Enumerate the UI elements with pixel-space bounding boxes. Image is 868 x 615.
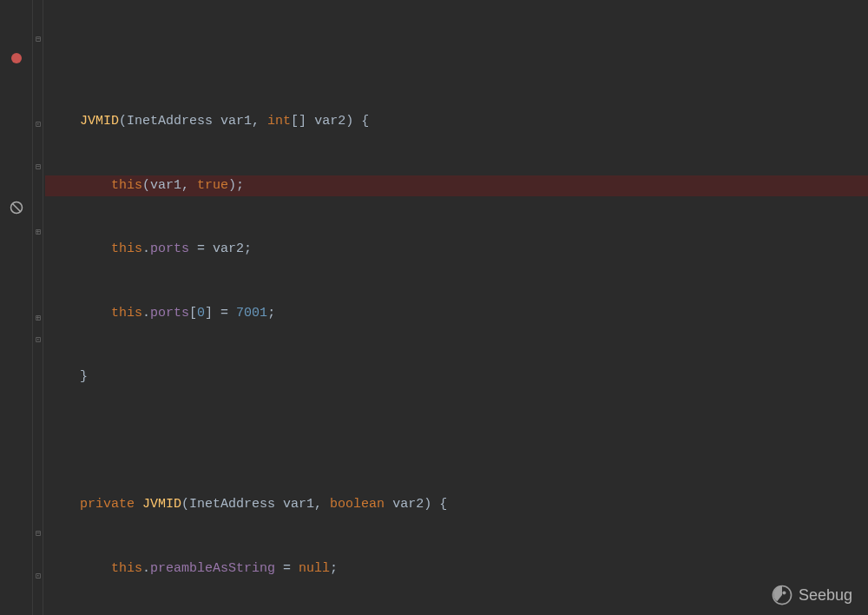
- svg-point-4: [782, 592, 786, 595]
- watermark-text: Seebug: [799, 585, 852, 606]
- code-line[interactable]: this.preambleAsString = null;: [45, 559, 868, 580]
- fold-end-icon[interactable]: ⊡: [34, 330, 43, 339]
- fold-toggle-icon[interactable]: ⊟: [34, 524, 43, 532]
- code-line[interactable]: [45, 431, 868, 453]
- watermark: Seebug: [771, 584, 852, 606]
- fold-expand-icon[interactable]: ⊞: [34, 308, 43, 317]
- fold-column: ⊟ ⊡ ⊟ ⊞ ⊞ ⊡ ⊟ ⊡: [33, 0, 43, 615]
- fold-end-icon[interactable]: ⊡: [34, 115, 43, 123]
- svg-point-0: [11, 53, 22, 63]
- code-line[interactable]: }: [45, 367, 868, 388]
- no-entry-icon[interactable]: [9, 200, 24, 215]
- seebug-logo-icon: [771, 584, 793, 606]
- fold-end-icon[interactable]: ⊡: [34, 566, 43, 575]
- code-line[interactable]: this.ports = var2;: [45, 239, 868, 261]
- gutter: [0, 0, 33, 615]
- code-editor[interactable]: ⊟ ⊡ ⊟ ⊞ ⊞ ⊡ ⊟ ⊡ JVMID(InetAddress var1, …: [0, 0, 868, 615]
- code-line[interactable]: this(var1, true);: [45, 175, 868, 197]
- code-line[interactable]: this.ports[0] = 7001;: [45, 303, 868, 325]
- fold-toggle-icon[interactable]: ⊟: [34, 30, 43, 38]
- error-icon[interactable]: [9, 50, 24, 66]
- code-line[interactable]: private JVMID(InetAddress var1, boolean …: [45, 494, 868, 516]
- svg-line-2: [13, 204, 21, 212]
- fold-expand-icon[interactable]: ⊞: [34, 222, 43, 231]
- code-area[interactable]: JVMID(InetAddress var1, int[] var2) { th…: [43, 0, 868, 615]
- code-line[interactable]: JVMID(InetAddress var1, int[] var2) {: [45, 111, 868, 133]
- fold-toggle-icon[interactable]: ⊟: [34, 157, 43, 166]
